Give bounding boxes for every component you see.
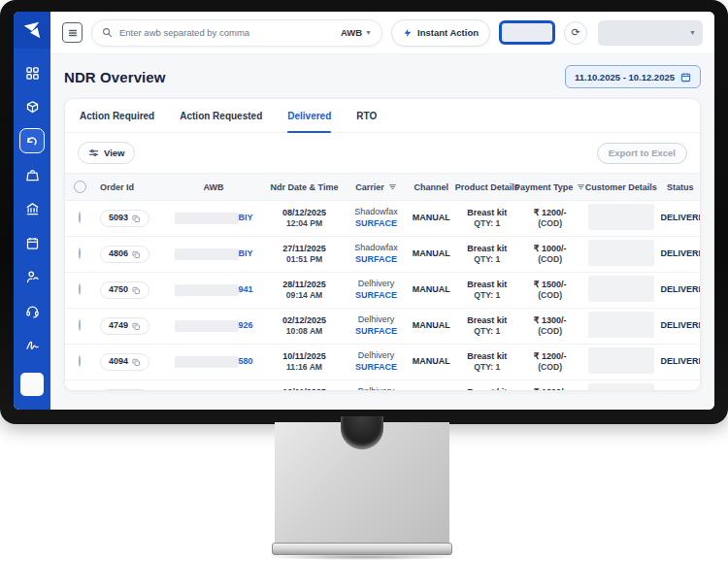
sidebar-item-calendar[interactable] — [19, 230, 45, 255]
product-details-cell: Breast kit QTY: 1 — [456, 315, 518, 338]
carrier-cell: Delhivery SURFACE — [346, 314, 407, 337]
copy-icon[interactable] — [132, 250, 141, 259]
customer-details-cell — [581, 383, 660, 390]
awb-cell[interactable]: 580 — [164, 356, 263, 368]
page-content: NDR Overview 11.10.2025 - 10.12.2025 Act… — [50, 54, 714, 410]
copy-icon[interactable] — [132, 214, 141, 223]
awb-redacted — [175, 248, 239, 260]
channel-cell: MANUAL — [407, 213, 456, 224]
tab-action-required[interactable]: Action Required — [80, 99, 154, 132]
instant-action-button[interactable]: Instant Action — [391, 19, 490, 47]
customer-details-cell — [581, 312, 660, 342]
column-header-status: Status — [660, 182, 700, 192]
row-checkbox[interactable] — [65, 320, 94, 332]
customer-details-cell — [581, 347, 660, 378]
filter-icon[interactable] — [388, 182, 397, 191]
payment-type-cell: ₹ 1200/- (COD) — [518, 208, 581, 230]
carrier-cell: Shadowfax SURFACE — [346, 207, 407, 229]
tab-delivered[interactable]: Delivered — [287, 99, 331, 132]
column-header-carrier[interactable]: Carrier — [346, 182, 407, 192]
table-row[interactable]: 5093 BIY 08/12/2025 12:04 PM Shadowfax S… — [65, 201, 700, 237]
customer-redacted — [588, 312, 654, 338]
tab-rto[interactable]: RTO — [356, 99, 377, 132]
channel-cell: MANUAL — [407, 356, 456, 368]
awb-redacted — [175, 356, 239, 368]
channel-cell: MANUAL — [407, 320, 456, 332]
services-signature-icon — [25, 338, 40, 352]
chevron-down-icon: ▼ — [365, 29, 372, 36]
menu-button[interactable] — [62, 22, 83, 43]
column-header-order_id: Order Id — [94, 182, 164, 192]
payment-type-cell: ₹ 1000/- (COD) — [518, 244, 581, 266]
table-toolbar: View Export to Excel — [65, 133, 700, 173]
copy-icon[interactable] — [132, 322, 141, 331]
channel-cell: MANUAL — [407, 284, 456, 296]
row-checkbox[interactable] — [65, 213, 94, 224]
page-title: NDR Overview — [64, 69, 166, 85]
awb-cell[interactable]: BIY — [164, 213, 263, 224]
awb-search-input[interactable]: Enter awb separated by comma AWB ▼ — [91, 19, 382, 47]
column-header-payment[interactable]: Payment Type — [518, 182, 581, 192]
chevron-down-icon: ▼ — [689, 29, 696, 36]
ndr-card: Action RequiredAction RequestedDelivered… — [64, 98, 701, 391]
table-row[interactable]: 4091 440 12/11/2025 05:10 AM Delhivery S… — [65, 380, 700, 390]
dashboard-grid-icon — [25, 66, 40, 81]
sidebar-item-buyers[interactable] — [19, 264, 45, 289]
carrier-cell: Delhivery SURFACE — [346, 350, 407, 373]
sidebar-item-billing[interactable] — [19, 196, 45, 221]
row-checkbox[interactable] — [65, 284, 94, 296]
screen: Enter awb separated by comma AWB ▼ Insta… — [14, 12, 714, 410]
date-range-picker[interactable]: 11.10.2025 - 10.12.2025 — [565, 65, 701, 88]
tab-bar: Action RequiredAction RequestedDelivered… — [65, 99, 700, 133]
product-details-cell: Breast kit QTY: 1 — [456, 280, 518, 302]
sidebar-item-orders[interactable] — [19, 94, 45, 119]
sidebar-item-dashboard[interactable] — [19, 60, 45, 85]
stage: Enter awb separated by comma AWB ▼ Insta… — [0, 0, 728, 561]
sidebar-item-ndr[interactable] — [19, 128, 45, 153]
wallet-balance-redacted[interactable] — [499, 20, 555, 45]
refresh-button[interactable]: ⟳ — [564, 21, 587, 45]
sidebar-item-services[interactable] — [19, 332, 45, 357]
awb-redacted — [175, 284, 239, 296]
ndr-date-cell: 08/12/2025 12:04 PM — [263, 208, 346, 230]
logo-arrow-icon — [21, 19, 43, 41]
sidebar — [14, 12, 50, 410]
sliders-icon — [88, 148, 99, 158]
awb-redacted — [175, 213, 239, 224]
row-checkbox[interactable] — [65, 248, 94, 260]
awb-cell[interactable]: BIY — [164, 248, 263, 260]
copy-icon[interactable] — [132, 358, 141, 367]
payment-type-cell: ₹ 1300/- (COD) — [518, 387, 581, 390]
search-mode-dropdown[interactable]: AWB ▼ — [341, 27, 372, 38]
awb-cell[interactable]: 941 — [164, 284, 263, 296]
sidebar-item-weights[interactable] — [19, 162, 45, 187]
select-all-checkbox[interactable] — [65, 181, 94, 193]
awb-cell[interactable]: 926 — [164, 320, 263, 332]
account-dropdown-redacted[interactable]: ▼ — [598, 20, 703, 46]
sidebar-profile-box[interactable] — [20, 373, 44, 396]
sidebar-item-support[interactable] — [19, 298, 45, 323]
view-button[interactable]: View — [78, 142, 135, 164]
column-header-awb: AWB — [164, 182, 263, 192]
billing-bank-icon — [25, 202, 40, 216]
product-details-cell: Breast kit QTY: 1 — [456, 351, 518, 374]
table-row[interactable]: 4094 580 10/11/2025 11:16 AM Delhivery S… — [65, 345, 700, 380]
copy-icon[interactable] — [132, 286, 141, 295]
column-header-customer: Customer Details — [581, 182, 660, 192]
tab-action-requested[interactable]: Action Requested — [180, 99, 262, 132]
export-to-excel-button[interactable]: Export to Excel — [597, 143, 687, 164]
order-id-cell: 4749 — [94, 317, 164, 336]
customer-details-cell — [581, 240, 660, 270]
status-cell: DELIVERED — [660, 320, 700, 332]
status-cell: DELIVERED — [660, 213, 700, 224]
table-row[interactable]: 4749 926 02/12/2025 10:08 AM Delhivery S… — [65, 309, 700, 345]
product-details-cell: Breast kit QTY: 1 — [456, 244, 518, 266]
orders-package-icon — [25, 100, 40, 115]
table-row[interactable]: 4750 941 28/11/2025 09:14 AM Delhivery S… — [65, 273, 700, 309]
table-row[interactable]: 4806 BIY 27/11/2025 01:51 PM Shadowfax S… — [65, 237, 700, 273]
ndr-date-cell: 28/11/2025 09:14 AM — [263, 280, 346, 302]
order-id-cell: 5093 — [94, 210, 164, 228]
app-logo[interactable] — [14, 12, 50, 49]
customer-details-cell — [581, 276, 660, 306]
row-checkbox[interactable] — [65, 356, 94, 368]
